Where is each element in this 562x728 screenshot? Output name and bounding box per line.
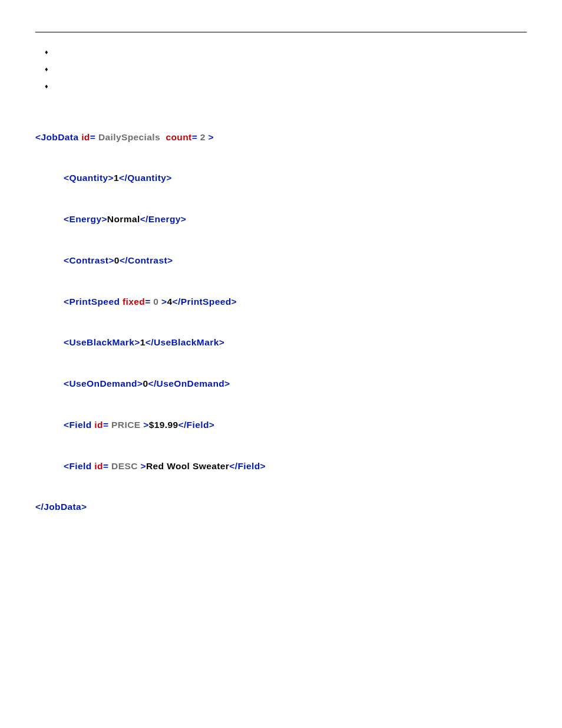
bullet-item	[45, 66, 527, 73]
xml-attr-value: 0	[153, 297, 158, 307]
page: <JobData id= DailySpecials count= 2 > <Q…	[0, 0, 562, 728]
xml-tag-open: <Field	[64, 420, 92, 430]
xml-attr-name: count	[166, 132, 191, 142]
xml-attr-name: id	[94, 420, 103, 430]
xml-line-useblackmark: <UseBlackMark>1</UseBlackMark>	[35, 335, 527, 349]
xml-tag-open-end: >	[161, 297, 167, 307]
xml-eq: =	[90, 132, 95, 142]
xml-tag: </UseOnDemand>	[148, 378, 230, 388]
xml-tag: </PrintSpeed>	[173, 297, 237, 307]
xml-attr-value: PRICE	[111, 420, 140, 430]
xml-tag: <UseOnDemand>	[64, 378, 143, 388]
xml-eq: =	[145, 297, 150, 307]
xml-tag: <Energy>	[64, 214, 107, 224]
bullet-list	[45, 49, 527, 90]
xml-line-energy: <Energy>Normal</Energy>	[35, 212, 527, 226]
xml-value: Red Wool Sweater	[146, 461, 229, 471]
xml-attr-value: DailySpecials	[98, 132, 160, 142]
xml-tag: <UseBlackMark>	[64, 337, 140, 347]
xml-eq: =	[103, 420, 108, 430]
xml-eq: =	[103, 461, 108, 471]
xml-tag-open: <JobData	[35, 132, 78, 142]
xml-attr-name: id	[94, 461, 103, 471]
xml-value: 1	[140, 337, 146, 347]
xml-value: 4	[167, 297, 173, 307]
xml-value: Normal	[107, 214, 140, 224]
xml-tag-open-end: >	[140, 461, 146, 471]
xml-line-jobdata-close: </JobData>	[35, 500, 527, 513]
xml-value: $19.99	[149, 420, 178, 430]
xml-line-contrast: <Contrast>0</Contrast>	[35, 253, 527, 267]
xml-tag-close: </JobData>	[35, 502, 87, 512]
xml-value: 0	[114, 255, 120, 265]
xml-attr-name: id	[81, 132, 90, 142]
xml-tag: </UseBlackMark>	[146, 337, 224, 347]
xml-tag-open-end: >	[143, 420, 148, 430]
bullet-item	[45, 83, 527, 90]
xml-attr-name: fixed	[123, 297, 145, 307]
xml-tag: </Field>	[229, 461, 266, 471]
xml-line-printspeed: <PrintSpeed fixed= 0 >4</PrintSpeed>	[35, 295, 527, 308]
xml-tag-open: <Field	[64, 461, 92, 471]
xml-value: 1	[114, 173, 119, 183]
xml-line-useondemand: <UseOnDemand>0</UseOnDemand>	[35, 377, 527, 390]
bullet-item	[45, 49, 527, 55]
xml-tag-open-end: >	[209, 132, 214, 142]
xml-tag-open: <PrintSpeed	[64, 297, 120, 307]
xml-attr-value: DESC	[111, 461, 138, 471]
xml-tag: </Quantity>	[119, 173, 172, 183]
xml-block: <JobData id= DailySpecials count= 2 > <Q…	[35, 103, 527, 541]
horizontal-rule	[35, 32, 527, 32]
xml-line-jobdata-open: <JobData id= DailySpecials count= 2 >	[35, 130, 527, 144]
xml-attr-value: 2	[200, 132, 206, 142]
xml-line-quantity: <Quantity>1</Quantity>	[35, 171, 527, 185]
xml-tag: </Energy>	[140, 214, 187, 224]
xml-tag: </Contrast>	[120, 255, 173, 265]
xml-line-field-price: <Field id= PRICE >$19.99</Field>	[35, 418, 527, 431]
xml-eq: =	[192, 132, 197, 142]
xml-tag: <Contrast>	[64, 255, 114, 265]
xml-tag: <Quantity>	[64, 173, 114, 183]
xml-line-field-desc: <Field id= DESC >Red Wool Sweater</Field…	[35, 459, 527, 473]
xml-tag: </Field>	[178, 420, 214, 430]
